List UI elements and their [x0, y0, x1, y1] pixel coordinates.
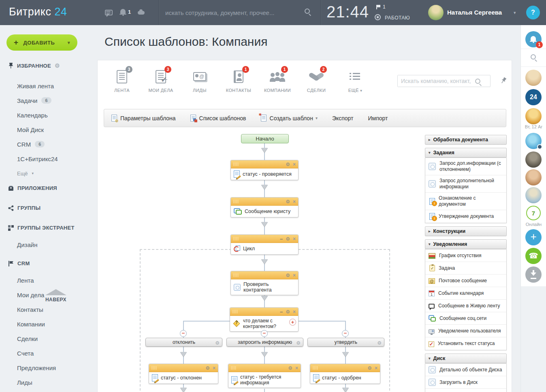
import-button[interactable]: Импорт — [368, 115, 388, 121]
sidebar-item-crm-contacts[interactable]: Контакты — [17, 302, 94, 317]
close-icon[interactable]: × — [293, 273, 296, 278]
gear-icon[interactable]: ⚙ — [296, 339, 301, 347]
drive-cloud-icon[interactable] — [138, 11, 145, 15]
tab-deals[interactable]: 2 СДЕЛКИ — [297, 68, 336, 93]
sidebar-item-crm-companies[interactable]: Компании — [17, 317, 94, 331]
palette-item[interactable]: 1Событие календаря — [425, 287, 506, 300]
close-icon[interactable]: × — [295, 365, 298, 371]
gear-icon[interactable]: ⚙ — [288, 365, 292, 371]
stop-work-icon[interactable] — [375, 14, 381, 20]
tab-more[interactable]: ЕЩЁ▾ — [336, 68, 375, 93]
create-template-button[interactable]: Создать шаблон▾ — [261, 115, 318, 121]
gear-icon[interactable]: ⚙ — [286, 273, 290, 278]
collapse-branch-icon[interactable]: − — [261, 330, 268, 337]
node-message-lawyer[interactable]: ||||⚙× Сообщение юристу — [230, 197, 299, 217]
sidebar-item-crm-deals[interactable]: Сделки — [17, 331, 94, 346]
extranet-section-header[interactable]: ГРУППЫ ЭКСТРАНЕТ — [8, 225, 75, 231]
close-icon[interactable]: × — [375, 365, 378, 371]
palette-item[interactable]: График отсутствия — [425, 249, 506, 262]
drag-grip-icon[interactable]: |||| — [151, 366, 157, 370]
collapse-branch-icon[interactable]: − — [342, 330, 349, 337]
template-list-button[interactable]: Список шаблонов — [190, 115, 246, 121]
sidebar-item-my-disk[interactable]: Мой Диск — [17, 122, 94, 137]
crm-search-input[interactable] — [398, 75, 475, 87]
branch-request-info[interactable]: запросить информацию⚙ — [226, 338, 303, 347]
palette-section-document-processing[interactable]: ▸Обработка документа — [425, 135, 507, 145]
drag-grip-icon[interactable]: |||| — [233, 273, 239, 277]
sidebar-item-live-feed[interactable]: Живая лента — [17, 79, 94, 93]
gear-icon[interactable]: ⚙ — [286, 162, 290, 167]
palette-item[interactable]: Детально об объекте Диска — [425, 364, 506, 376]
gear-icon[interactable]: ⚙ — [286, 309, 290, 315]
sidebar-item-1c-bitrix24[interactable]: 1С+Битрикс24 — [17, 151, 94, 166]
apps-section-header[interactable]: ПРИЛОЖЕНИЯ — [8, 185, 57, 191]
notifications-button[interactable]: 1 — [525, 31, 542, 47]
node-status-declined[interactable]: ||||⚙× статус - отклонен — [149, 364, 218, 384]
workflow-canvas[interactable]: Начало ||||⚙× статус - проверяется ||||⚙… — [98, 130, 512, 392]
node-status-info-needed[interactable]: ||||⚙× статус - требуется информация — [228, 364, 301, 388]
sidebar-item-calendar[interactable]: Календарь — [17, 108, 94, 122]
node-condition[interactable]: ||||–⚙× ?что делаем с контрагентом? + — [230, 307, 299, 332]
sidebar-item-crm-feed[interactable]: Лента — [17, 273, 94, 288]
online-counter[interactable]: 7 — [526, 206, 541, 220]
gear-icon[interactable]: ⚙ — [286, 199, 290, 205]
groups-section-header[interactable]: ГРУППЫ — [8, 205, 41, 211]
palette-item[interactable]: Уведомление пользователя — [425, 325, 506, 337]
chat-avatar[interactable] — [525, 151, 542, 168]
palette-item[interactable]: Ознакомление с документом — [425, 193, 506, 210]
gear-icon[interactable]: ⚙ — [377, 339, 382, 347]
export-button[interactable]: Экспорт — [332, 115, 354, 121]
tab-leads[interactable]: @ ЛИДЫ — [180, 68, 219, 93]
chat-avatar[interactable] — [525, 133, 542, 149]
sidebar-item-crm[interactable]: CRM6 — [17, 137, 94, 151]
close-icon[interactable]: × — [293, 236, 296, 242]
node-status-approved[interactable]: ||||⚙× статус - одобрен — [310, 364, 380, 384]
branch-decline[interactable]: отклонить⚙ — [145, 338, 222, 347]
drag-grip-icon[interactable]: |||| — [232, 309, 238, 313]
drag-grip-icon[interactable]: |||| — [233, 162, 239, 166]
tab-my-activities[interactable]: ✓3 МОИ ДЕЛА — [141, 68, 180, 93]
chat-avatar[interactable] — [525, 108, 542, 124]
gear-icon[interactable]: ⚙ — [205, 365, 210, 371]
palette-item[interactable]: Задача — [425, 262, 506, 275]
search-icon[interactable] — [305, 9, 310, 14]
add-branch-icon[interactable]: + — [289, 319, 296, 326]
palette-item[interactable]: ✓Установить текст статуса — [425, 337, 506, 350]
tab-feed[interactable]: 3 ЛЕНТА — [102, 68, 141, 93]
branch-approve[interactable]: утвердить⚙ — [307, 338, 384, 347]
chat-avatar[interactable] — [525, 169, 542, 185]
chat-badge-24[interactable]: 24 — [525, 89, 542, 105]
messenger-icon[interactable] — [105, 10, 113, 15]
sidebar-item-more[interactable]: Ещё▾ — [17, 166, 94, 181]
palette-section-tasks[interactable]: ▾Задания — [425, 148, 507, 158]
user-name[interactable]: Наталья Сергеева — [447, 9, 502, 16]
node-check-contragent[interactable]: ||||⚙× Проверить контрагента — [230, 271, 299, 295]
gear-icon[interactable]: ⚙ — [215, 339, 220, 347]
palette-item[interactable]: Утверждение документа — [425, 210, 506, 223]
close-icon[interactable]: × — [293, 309, 296, 315]
collapse-branch-icon[interactable]: − — [180, 330, 187, 337]
tab-companies[interactable]: 1 КОМПАНИИ — [258, 68, 297, 93]
chat-avatar[interactable] — [525, 70, 542, 86]
chat-avatar[interactable] — [525, 187, 542, 203]
favorites-section-header[interactable]: ИЗБРАННОЕ ⚙ — [8, 62, 60, 69]
work-clock[interactable]: 21:44 — [326, 3, 369, 21]
add-button[interactable]: + ДОБАВИТЬ ▾ — [6, 34, 77, 51]
user-avatar[interactable] — [428, 5, 444, 20]
gear-icon[interactable]: ⚙ — [367, 365, 372, 371]
minimize-icon[interactable]: – — [280, 310, 283, 314]
back-to-top-button[interactable]: НАВЕРХ — [35, 289, 77, 303]
sidebar-item-crm-leads[interactable]: Лиды — [17, 375, 94, 390]
drag-grip-icon[interactable]: |||| — [233, 236, 239, 241]
user-menu-chevron-icon[interactable]: ▾ — [514, 10, 516, 15]
drag-grip-icon[interactable]: |||| — [313, 366, 318, 370]
palette-item[interactable]: Загрузить в Диск — [425, 376, 506, 389]
global-search-input[interactable] — [165, 0, 303, 25]
invite-plus-button[interactable]: + — [525, 229, 542, 245]
gear-icon[interactable]: ⚙ — [286, 236, 290, 242]
palette-item[interactable]: Сообщение в Живую ленту — [425, 300, 506, 312]
close-icon[interactable]: × — [293, 199, 296, 205]
sidebar-item-design[interactable]: Дизайн — [17, 237, 94, 252]
palette-item[interactable]: Сообщение соц.сети — [425, 312, 506, 325]
palette-item[interactable]: Загрузить новую версию в Диск — [425, 389, 506, 392]
